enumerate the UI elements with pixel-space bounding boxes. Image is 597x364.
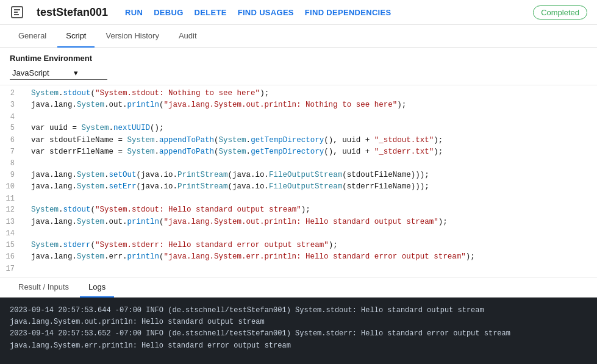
code-line: 16 java.lang.System.err.println("java.la… bbox=[0, 251, 597, 263]
code-line: 12 System.stdout("System.stdout: Hello s… bbox=[0, 204, 597, 216]
run-action[interactable]: RUN bbox=[125, 8, 143, 17]
code-line: 9 java.lang.System.setOut(java.io.PrintS… bbox=[0, 170, 597, 181]
debug-action[interactable]: DEBUG bbox=[154, 8, 183, 17]
runtime-value: JavaScript bbox=[12, 68, 49, 77]
console-area: 2023-09-14 20:57:53.644 -07:00 INFO (de.… bbox=[0, 298, 597, 364]
code-line: 6 var stdoutFileName = System.appendToPa… bbox=[0, 135, 597, 146]
code-line: 17 bbox=[0, 263, 597, 275]
find-usages-action[interactable]: FIND USAGES bbox=[238, 8, 294, 17]
script-icon bbox=[10, 5, 24, 20]
nav-actions: RUN DEBUG DELETE FIND USAGES FIND DEPEND… bbox=[125, 8, 391, 17]
tab-general[interactable]: General bbox=[10, 25, 55, 48]
console-line: java.lang.System.out.println: Hello stan… bbox=[10, 316, 587, 328]
code-line: 4 bbox=[0, 112, 597, 123]
console-line: 2023-09-14 20:57:53.644 -07:00 INFO (de.… bbox=[10, 305, 587, 316]
code-line: 5 var uuid = System.nextUUID(); bbox=[0, 123, 597, 134]
runtime-select[interactable]: JavaScript ▾ bbox=[10, 66, 107, 80]
status-badge: Completed bbox=[533, 5, 587, 20]
code-line: 7 var stderrFileName = System.appendToPa… bbox=[0, 146, 597, 158]
code-line: 11 bbox=[0, 193, 597, 205]
title-bar: testStefan001 RUN DEBUG DELETE FIND USAG… bbox=[0, 0, 597, 25]
code-line: 2 System.stdout("System.stdout: Nothing … bbox=[0, 88, 597, 99]
code-line: 8 bbox=[0, 158, 597, 170]
app-name: testStefan001 bbox=[37, 6, 108, 19]
code-line: 14 bbox=[0, 228, 597, 240]
find-dependencies-action[interactable]: FIND DEPENDENCIES bbox=[305, 8, 391, 17]
runtime-label: Runtime Environment bbox=[10, 54, 587, 63]
tab-script[interactable]: Script bbox=[57, 25, 95, 48]
tabs-bar: General Script Version History Audit bbox=[0, 25, 597, 48]
runtime-section: Runtime Environment JavaScript ▾ bbox=[0, 48, 597, 85]
console-line: java.lang.System.err.println: Hello stan… bbox=[10, 340, 587, 352]
tab-result-inputs[interactable]: Result / Inputs bbox=[10, 277, 77, 298]
tab-audit[interactable]: Audit bbox=[170, 25, 206, 48]
code-line: 10 java.lang.System.setErr(java.io.Print… bbox=[0, 181, 597, 193]
console-line: 2023-09-14 20:57:53.652 -07:00 INFO (de.… bbox=[10, 328, 587, 340]
code-editor[interactable]: 2 System.stdout("System.stdout: Nothing … bbox=[0, 85, 597, 277]
bottom-tabs-bar: Result / Inputs Logs bbox=[0, 277, 597, 298]
code-line: 13 java.lang.System.out.println("java.la… bbox=[0, 216, 597, 228]
delete-action[interactable]: DELETE bbox=[195, 8, 227, 17]
code-line: 3 java.lang.System.out.println("java.lan… bbox=[0, 99, 597, 111]
chevron-down-icon: ▾ bbox=[74, 68, 78, 77]
code-line: 15 System.stderr("System.stderr: Hello s… bbox=[0, 240, 597, 251]
tab-logs[interactable]: Logs bbox=[80, 277, 114, 298]
tab-version-history[interactable]: Version History bbox=[97, 25, 167, 48]
